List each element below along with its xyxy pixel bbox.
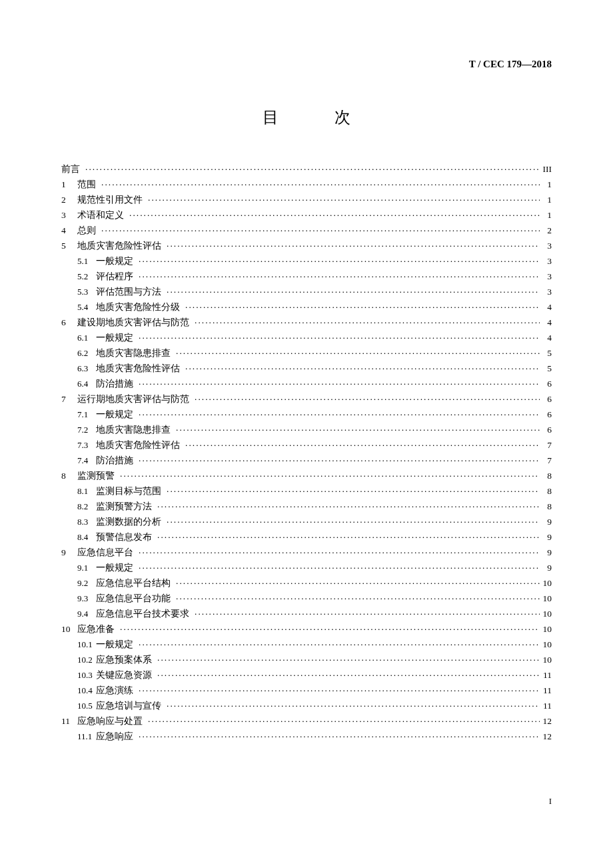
toc-entry-number: 8	[61, 471, 77, 481]
toc-entry-number: 5	[61, 241, 77, 251]
toc-entry-number: 9.1	[77, 563, 96, 572]
toc-entry: 9.1一般规定9	[61, 563, 552, 573]
toc-entry: 7.2地质灾害隐患排查6	[61, 425, 552, 435]
toc-leader	[139, 456, 540, 465]
toc-entry: 2规范性引用文件1	[61, 195, 552, 205]
toc-entry-number: 6.4	[77, 379, 96, 388]
toc-entry-title: 一般规定	[96, 257, 133, 266]
toc-entry-page: 4	[540, 318, 552, 327]
toc-entry-page: 10	[540, 609, 552, 619]
toc-entry-title: 应急响应	[96, 732, 133, 741]
toc-entry: 7.4防治措施7	[61, 456, 552, 465]
toc-entry-number: 2	[61, 195, 77, 205]
toc-entry: 8.2监测预警方法8	[61, 502, 552, 511]
toc-entry: 8监测预警8	[61, 471, 552, 481]
toc-entry-number: 6.3	[77, 364, 96, 373]
toc-entry-title: 监测目标与范围	[96, 487, 161, 496]
toc-leader	[139, 272, 540, 281]
toc-entry-page: 8	[540, 487, 552, 496]
toc-entry-page: 6	[540, 425, 552, 435]
page-number: I	[549, 796, 552, 807]
toc-entry: 10.5应急培训与宣传11	[61, 701, 552, 711]
toc-entry: 11.1应急响应12	[61, 732, 552, 741]
toc-entry-page: 3	[540, 272, 552, 281]
toc-entry-title: 地质灾害隐患排查	[96, 425, 171, 435]
toc-entry-title: 应急信息平台结构	[96, 579, 171, 588]
toc-leader	[148, 717, 540, 726]
toc-leader	[167, 241, 540, 251]
toc-entry-page: 6	[540, 410, 552, 419]
toc-entry-title: 一般规定	[96, 640, 133, 649]
toc-entry-number: 9.3	[77, 594, 96, 603]
toc-entry: 6.4防治措施6	[61, 379, 552, 389]
toc-entry-page: 9	[540, 548, 552, 557]
toc-entry: 5.2评估程序3	[61, 272, 552, 281]
toc-entry-page: 3	[540, 241, 552, 251]
toc-entry-title: 防治措施	[96, 456, 133, 465]
toc-leader	[139, 686, 540, 695]
toc-leader	[139, 379, 540, 389]
toc-entry-page: 10	[540, 579, 552, 588]
toc-entry-page: 12	[540, 732, 552, 741]
toc-entry: 5.4地质灾害危险性分级4	[61, 303, 552, 312]
table-of-contents: 前言III1范围12规范性引用文件13术语和定义14总则25地质灾害危险性评估3…	[61, 165, 552, 741]
toc-entry-number: 7.3	[77, 441, 96, 449]
toc-entry-page: III	[540, 165, 552, 174]
toc-entry-number: 8.4	[77, 533, 96, 541]
toc-leader	[148, 195, 540, 205]
toc-entry: 4总则2	[61, 226, 552, 235]
toc-entry-title: 一般规定	[96, 410, 133, 419]
toc-entry: 9应急信息平台9	[61, 548, 552, 557]
toc-entry-page: 3	[540, 257, 552, 266]
toc-leader	[195, 318, 540, 327]
toc-entry: 1范围1	[61, 180, 552, 189]
toc-entry-number: 5.4	[77, 303, 96, 311]
toc-entry-page: 11	[540, 686, 552, 695]
toc-leader	[139, 563, 540, 573]
toc-leader	[167, 517, 540, 527]
toc-leader	[157, 655, 540, 665]
toc-entry-number: 10.3	[77, 671, 96, 679]
toc-entry-page: 9	[540, 533, 552, 542]
toc-entry-page: 7	[540, 441, 552, 450]
toc-entry-number: 9.2	[77, 579, 96, 587]
toc-entry-title: 应急预案体系	[96, 655, 152, 665]
toc-leader	[120, 471, 540, 481]
toc-entry-number: 1	[61, 180, 77, 189]
toc-entry-title: 评估程序	[96, 272, 133, 281]
toc-entry: 8.4预警信息发布9	[61, 533, 552, 542]
toc-entry: 6建设期地质灾害评估与防范4	[61, 318, 552, 327]
toc-entry-number: 9.4	[77, 609, 96, 618]
toc-entry-title: 应急信息平台技术要求	[96, 609, 189, 619]
toc-entry: 9.4应急信息平台技术要求10	[61, 609, 552, 619]
toc-entry-title: 防治措施	[96, 379, 133, 389]
toc-leader	[185, 303, 540, 312]
toc-entry-title: 地质灾害危险性分级	[96, 303, 180, 312]
toc-entry-page: 4	[540, 333, 552, 343]
toc-entry-page: 12	[540, 717, 552, 726]
toc-entry-page: 6	[540, 395, 552, 404]
toc-entry: 3术语和定义1	[61, 211, 552, 220]
toc-entry: 8.1监测目标与范围8	[61, 487, 552, 496]
toc-entry-number: 7.2	[77, 425, 96, 434]
toc-entry-number: 7	[61, 395, 77, 404]
toc-leader	[85, 165, 540, 174]
toc-entry: 7运行期地质灾害评估与防范6	[61, 395, 552, 404]
toc-entry-page: 4	[540, 303, 552, 312]
toc-entry-title: 地质灾害危险性评估	[96, 364, 180, 373]
toc-leader	[176, 349, 540, 358]
toc-entry-page: 10	[540, 640, 552, 649]
toc-entry-number: 9	[61, 548, 77, 557]
toc-entry-page: 7	[540, 456, 552, 465]
toc-entry-title: 总则	[77, 226, 96, 235]
toc-entry-title: 应急培训与宣传	[96, 701, 161, 711]
toc-entry-page: 10	[540, 655, 552, 665]
toc-entry-title: 术语和定义	[77, 211, 124, 220]
toc-entry-title: 应急信息平台功能	[96, 594, 171, 603]
toc-entry-page: 6	[540, 379, 552, 389]
toc-entry-page: 1	[540, 211, 552, 220]
toc-leader	[195, 395, 540, 404]
toc-entry-page: 9	[540, 563, 552, 573]
toc-entry-page: 9	[540, 517, 552, 527]
toc-entry-title: 地质灾害危险性评估	[96, 441, 180, 450]
